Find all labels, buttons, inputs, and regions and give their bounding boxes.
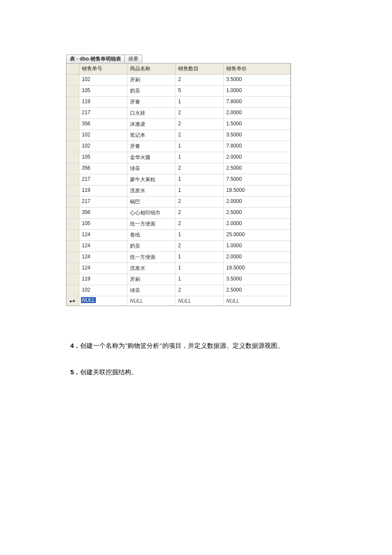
cell[interactable]: 105 bbox=[79, 152, 127, 163]
cell[interactable]: 冰激凌 bbox=[127, 119, 176, 130]
cell[interactable]: 1.5000 bbox=[224, 119, 291, 130]
cell[interactable]: 7.8000 bbox=[224, 141, 291, 152]
row-indicator[interactable] bbox=[66, 141, 79, 152]
table-row[interactable]: 124统一方便面12.0000 bbox=[66, 252, 291, 263]
row-indicator[interactable] bbox=[66, 241, 79, 251]
cell[interactable]: 卷纸 bbox=[127, 230, 176, 240]
cell[interactable]: 牙膏 bbox=[127, 97, 176, 107]
table-row[interactable]: 102笔记本23.5000 bbox=[66, 130, 291, 141]
row-indicator[interactable] bbox=[66, 86, 79, 96]
cell[interactable]: 7.8000 bbox=[224, 97, 291, 107]
cell[interactable]: 绿茶 bbox=[127, 285, 176, 296]
table-row[interactable]: 105奶茶51.0000 bbox=[66, 86, 291, 97]
cell[interactable]: 2 bbox=[176, 208, 224, 218]
cell[interactable]: 18.5000 bbox=[224, 185, 291, 196]
cell[interactable]: 2.5000 bbox=[224, 163, 291, 174]
cell[interactable]: 2.0000 bbox=[224, 252, 291, 263]
cell[interactable]: 124 bbox=[79, 230, 127, 240]
cell[interactable]: 1 bbox=[176, 152, 224, 163]
column-header[interactable]: 商品名称 bbox=[127, 64, 176, 74]
cell[interactable]: 心心相印纸巾 bbox=[127, 208, 176, 218]
cell[interactable]: 3.5000 bbox=[224, 75, 291, 85]
row-indicator[interactable] bbox=[66, 185, 79, 196]
row-indicator[interactable] bbox=[66, 163, 79, 174]
cell[interactable]: 2.0000 bbox=[224, 152, 291, 163]
cell[interactable]: 102 bbox=[79, 75, 127, 85]
cell[interactable]: 笔记本 bbox=[127, 130, 176, 141]
cell[interactable]: 356 bbox=[79, 119, 127, 130]
cell[interactable]: 奶茶 bbox=[127, 86, 176, 96]
null-cell[interactable]: NULL bbox=[127, 296, 176, 306]
row-indicator[interactable] bbox=[66, 219, 79, 229]
cell[interactable]: 2 bbox=[176, 119, 224, 130]
new-row-indicator[interactable]: ▶✱ bbox=[66, 296, 79, 306]
cell[interactable]: 356 bbox=[79, 163, 127, 174]
column-header[interactable]: 销售单号 bbox=[79, 64, 127, 74]
cell[interactable]: 3.5000 bbox=[224, 130, 291, 141]
table-row[interactable]: 124卷纸125.0000 bbox=[66, 230, 291, 241]
cell[interactable]: 牙刷 bbox=[127, 274, 176, 285]
cell[interactable]: 2.0000 bbox=[224, 197, 291, 207]
cell[interactable]: 217 bbox=[79, 174, 127, 185]
cell[interactable]: 124 bbox=[79, 252, 127, 263]
table-new-row[interactable]: ▶✱NULLNULLNULLNULL bbox=[66, 296, 291, 306]
cell[interactable]: 蒙牛大果粒 bbox=[127, 174, 176, 185]
null-cell[interactable]: NULL bbox=[79, 296, 127, 306]
row-indicator[interactable] bbox=[66, 108, 79, 119]
cell[interactable]: 119 bbox=[79, 274, 127, 285]
cell[interactable]: 217 bbox=[79, 197, 127, 207]
cell[interactable]: 2 bbox=[176, 197, 224, 207]
row-indicator[interactable] bbox=[66, 174, 79, 185]
cell[interactable]: 356 bbox=[79, 208, 127, 218]
cell[interactable]: 牙刷 bbox=[127, 75, 176, 85]
cell[interactable]: 1 bbox=[176, 97, 224, 107]
cell[interactable]: 1.0000 bbox=[224, 241, 291, 251]
table-row[interactable]: 217蒙牛大果粒17.5000 bbox=[66, 174, 291, 185]
cell[interactable]: 金华火腿 bbox=[127, 152, 176, 163]
cell[interactable]: 洗发水 bbox=[127, 185, 176, 196]
cell[interactable]: 7.5000 bbox=[224, 174, 291, 185]
cell[interactable]: 105 bbox=[79, 86, 127, 96]
table-row[interactable]: 217口水娃22.0000 bbox=[66, 108, 291, 119]
table-row[interactable]: 124奶茶21.0000 bbox=[66, 241, 291, 252]
cell[interactable]: 绿茶 bbox=[127, 163, 176, 174]
tab-summary[interactable]: 摘要 bbox=[125, 55, 142, 63]
cell[interactable]: 102 bbox=[79, 130, 127, 141]
table-row[interactable]: 102绿茶22.5000 bbox=[66, 285, 291, 296]
cell[interactable]: 2 bbox=[176, 219, 224, 229]
null-cell[interactable]: NULL bbox=[176, 296, 224, 306]
cell[interactable]: 2.5000 bbox=[224, 285, 291, 296]
cell[interactable]: 2 bbox=[176, 75, 224, 85]
null-cell[interactable]: NULL bbox=[224, 296, 291, 306]
table-row[interactable]: 356心心相印纸巾22.5000 bbox=[66, 208, 291, 219]
cell[interactable]: 1 bbox=[176, 263, 224, 274]
tab-main[interactable]: 表 - dbo.销售单明细表 bbox=[66, 55, 125, 63]
row-selector-header[interactable] bbox=[66, 64, 79, 74]
row-indicator[interactable] bbox=[66, 208, 79, 218]
cell[interactable]: 217 bbox=[79, 108, 127, 119]
cell[interactable]: 5 bbox=[176, 86, 224, 96]
cell[interactable]: 2.5000 bbox=[224, 208, 291, 218]
table-row[interactable]: 119牙膏17.8000 bbox=[66, 97, 291, 108]
cell[interactable]: 2 bbox=[176, 241, 224, 251]
table-row[interactable]: 102牙刷23.5000 bbox=[66, 75, 291, 86]
cell[interactable]: 124 bbox=[79, 263, 127, 274]
cell[interactable]: 锅巴 bbox=[127, 197, 176, 207]
cell[interactable]: 2 bbox=[176, 130, 224, 141]
row-indicator[interactable] bbox=[66, 230, 79, 240]
cell[interactable]: 25.0000 bbox=[224, 230, 291, 240]
cell[interactable]: 2 bbox=[176, 163, 224, 174]
cell[interactable]: 3.5000 bbox=[224, 274, 291, 285]
table-row[interactable]: 102牙膏17.8000 bbox=[66, 141, 291, 152]
cell[interactable]: 奶茶 bbox=[127, 241, 176, 251]
table-row[interactable]: 124洗发水118.5000 bbox=[66, 263, 291, 274]
cell[interactable]: 1 bbox=[176, 252, 224, 263]
table-row[interactable]: 105金华火腿12.0000 bbox=[66, 152, 291, 163]
cell[interactable]: 1 bbox=[176, 141, 224, 152]
cell[interactable]: 2.0000 bbox=[224, 219, 291, 229]
row-indicator[interactable] bbox=[66, 285, 79, 296]
row-indicator[interactable] bbox=[66, 263, 79, 274]
cell[interactable]: 119 bbox=[79, 97, 127, 107]
cell[interactable]: 1.0000 bbox=[224, 86, 291, 96]
row-indicator[interactable] bbox=[66, 274, 79, 285]
